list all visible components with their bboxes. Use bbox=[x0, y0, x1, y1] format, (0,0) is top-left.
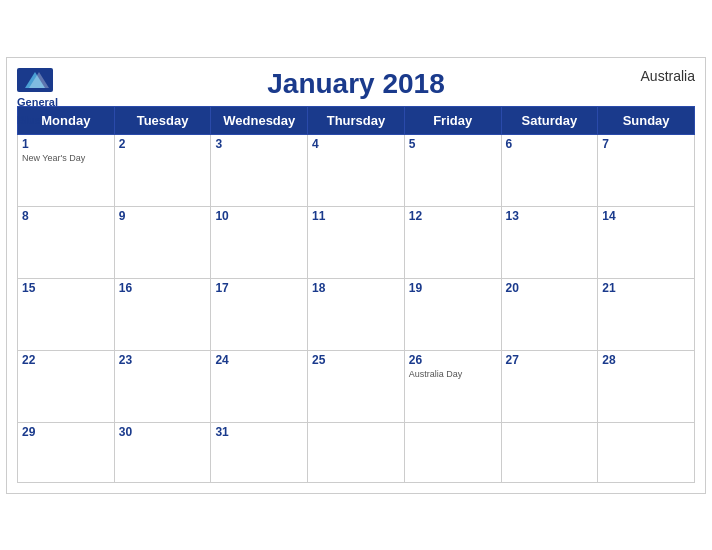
day-number: 15 bbox=[22, 281, 110, 295]
header-sunday: Sunday bbox=[598, 106, 695, 134]
day-number: 16 bbox=[119, 281, 207, 295]
day-number: 24 bbox=[215, 353, 303, 367]
day-number: 9 bbox=[119, 209, 207, 223]
day-number: 31 bbox=[215, 425, 303, 439]
day-number: 2 bbox=[119, 137, 207, 151]
calendar-day-cell: 24 bbox=[211, 350, 308, 422]
calendar-day-cell: 13 bbox=[501, 206, 598, 278]
calendar-day-cell: 9 bbox=[114, 206, 211, 278]
calendar-day-cell: 3 bbox=[211, 134, 308, 206]
country-label: Australia bbox=[641, 68, 695, 84]
calendar-day-cell: 4 bbox=[308, 134, 405, 206]
calendar-day-cell: 17 bbox=[211, 278, 308, 350]
calendar-day-cell: 26Australia Day bbox=[404, 350, 501, 422]
calendar-day-cell bbox=[308, 422, 405, 482]
day-number: 8 bbox=[22, 209, 110, 223]
calendar-day-cell: 30 bbox=[114, 422, 211, 482]
calendar-container: General Blue January 2018 Australia Mond… bbox=[6, 57, 706, 494]
day-number: 19 bbox=[409, 281, 497, 295]
calendar-day-cell: 8 bbox=[18, 206, 115, 278]
calendar-week-row: 293031 bbox=[18, 422, 695, 482]
calendar-day-cell: 1New Year's Day bbox=[18, 134, 115, 206]
day-number: 6 bbox=[506, 137, 594, 151]
day-number: 13 bbox=[506, 209, 594, 223]
day-number: 14 bbox=[602, 209, 690, 223]
calendar-day-cell bbox=[598, 422, 695, 482]
calendar-day-cell: 10 bbox=[211, 206, 308, 278]
logo-text: General Blue bbox=[17, 92, 58, 128]
calendar-day-cell: 20 bbox=[501, 278, 598, 350]
calendar-header: General Blue January 2018 Australia bbox=[17, 68, 695, 100]
calendar-day-cell: 14 bbox=[598, 206, 695, 278]
calendar-day-cell: 29 bbox=[18, 422, 115, 482]
day-number: 18 bbox=[312, 281, 400, 295]
calendar-day-cell bbox=[501, 422, 598, 482]
calendar-day-cell: 28 bbox=[598, 350, 695, 422]
day-number: 22 bbox=[22, 353, 110, 367]
calendar-day-cell: 21 bbox=[598, 278, 695, 350]
day-number: 21 bbox=[602, 281, 690, 295]
calendar-day-cell: 15 bbox=[18, 278, 115, 350]
holiday-label: Australia Day bbox=[409, 369, 497, 379]
day-number: 20 bbox=[506, 281, 594, 295]
day-number: 27 bbox=[506, 353, 594, 367]
header-friday: Friday bbox=[404, 106, 501, 134]
calendar-day-cell: 7 bbox=[598, 134, 695, 206]
calendar-week-row: 2223242526Australia Day2728 bbox=[18, 350, 695, 422]
calendar-day-cell: 5 bbox=[404, 134, 501, 206]
day-number: 12 bbox=[409, 209, 497, 223]
day-number: 28 bbox=[602, 353, 690, 367]
day-number: 10 bbox=[215, 209, 303, 223]
header-tuesday: Tuesday bbox=[114, 106, 211, 134]
generalblue-logo-icon bbox=[17, 68, 53, 92]
header-saturday: Saturday bbox=[501, 106, 598, 134]
day-number: 1 bbox=[22, 137, 110, 151]
month-year-heading: January 2018 bbox=[17, 68, 695, 100]
calendar-week-row: 15161718192021 bbox=[18, 278, 695, 350]
calendar-day-cell: 25 bbox=[308, 350, 405, 422]
day-number: 4 bbox=[312, 137, 400, 151]
logo-area: General Blue bbox=[17, 68, 58, 128]
calendar-week-row: 891011121314 bbox=[18, 206, 695, 278]
calendar-week-row: 1New Year's Day234567 bbox=[18, 134, 695, 206]
day-number: 29 bbox=[22, 425, 110, 439]
day-number: 17 bbox=[215, 281, 303, 295]
day-number: 5 bbox=[409, 137, 497, 151]
calendar-day-cell: 12 bbox=[404, 206, 501, 278]
calendar-day-cell: 11 bbox=[308, 206, 405, 278]
header-wednesday: Wednesday bbox=[211, 106, 308, 134]
calendar-day-cell: 19 bbox=[404, 278, 501, 350]
calendar-day-cell: 31 bbox=[211, 422, 308, 482]
header-thursday: Thursday bbox=[308, 106, 405, 134]
day-number: 7 bbox=[602, 137, 690, 151]
day-number: 11 bbox=[312, 209, 400, 223]
calendar-grid: Monday Tuesday Wednesday Thursday Friday… bbox=[17, 106, 695, 483]
calendar-day-cell: 27 bbox=[501, 350, 598, 422]
day-number: 30 bbox=[119, 425, 207, 439]
calendar-day-cell: 18 bbox=[308, 278, 405, 350]
calendar-body: 1New Year's Day2345678910111213141516171… bbox=[18, 134, 695, 482]
calendar-title: January 2018 bbox=[17, 68, 695, 100]
holiday-label: New Year's Day bbox=[22, 153, 110, 163]
weekday-header-row: Monday Tuesday Wednesday Thursday Friday… bbox=[18, 106, 695, 134]
calendar-day-cell: 16 bbox=[114, 278, 211, 350]
day-number: 25 bbox=[312, 353, 400, 367]
day-number: 23 bbox=[119, 353, 207, 367]
calendar-day-cell bbox=[404, 422, 501, 482]
day-number: 3 bbox=[215, 137, 303, 151]
day-number: 26 bbox=[409, 353, 497, 367]
calendar-day-cell: 6 bbox=[501, 134, 598, 206]
calendar-day-cell: 23 bbox=[114, 350, 211, 422]
calendar-day-cell: 22 bbox=[18, 350, 115, 422]
calendar-day-cell: 2 bbox=[114, 134, 211, 206]
